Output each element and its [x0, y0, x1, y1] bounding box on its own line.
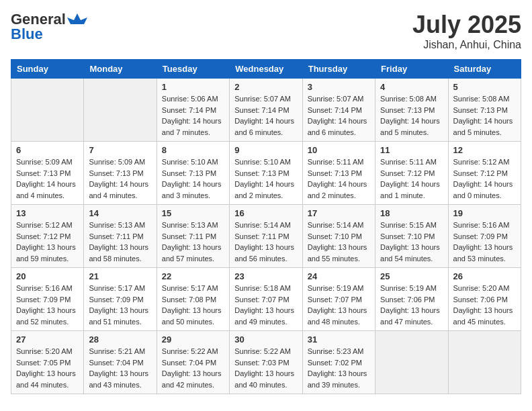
daylight-text: Daylight: 14 hours and 3 minutes.: [162, 179, 224, 201]
day-number: 26: [453, 271, 516, 281]
daylight-text: Daylight: 13 hours and 54 minutes.: [380, 242, 443, 264]
calendar-week-row: 13 Sunrise: 5:12 AM Sunset: 7:12 PM Dayl…: [11, 205, 521, 268]
day-number: 8: [162, 145, 224, 155]
sunset-text: Sunset: 7:13 PM: [453, 105, 516, 116]
day-number: 10: [308, 145, 370, 155]
day-number: 20: [16, 271, 79, 281]
sunset-text: Sunset: 7:08 PM: [162, 294, 224, 306]
sunrise-text: Sunrise: 5:14 AM: [308, 220, 370, 231]
day-number: 29: [162, 334, 224, 345]
weekday-header-row: Sunday Monday Tuesday Wednesday Thursday…: [11, 60, 521, 79]
day-number: 3: [308, 82, 370, 92]
sunset-text: Sunset: 7:03 PM: [234, 357, 297, 369]
sunrise-text: Sunrise: 5:08 AM: [380, 93, 443, 105]
sunrise-text: Sunrise: 5:20 AM: [453, 283, 516, 294]
table-row: 30 Sunrise: 5:22 AM Sunset: 7:03 PM Dayl…: [230, 331, 302, 394]
day-number: 13: [16, 208, 79, 218]
sunrise-text: Sunrise: 5:13 AM: [162, 220, 224, 231]
sunrise-text: Sunrise: 5:19 AM: [380, 283, 443, 294]
table-row: 29 Sunrise: 5:22 AM Sunset: 7:04 PM Dayl…: [157, 331, 229, 394]
table-row: 18 Sunrise: 5:15 AM Sunset: 7:10 PM Dayl…: [375, 205, 448, 268]
logo: General Blue: [11, 11, 87, 43]
table-row: 26 Sunrise: 5:20 AM Sunset: 7:06 PM Dayl…: [448, 268, 521, 331]
calendar-week-row: 27 Sunrise: 5:20 AM Sunset: 7:05 PM Dayl…: [11, 331, 521, 394]
table-row: 21 Sunrise: 5:17 AM Sunset: 7:09 PM Dayl…: [84, 268, 157, 331]
sunrise-text: Sunrise: 5:19 AM: [308, 283, 370, 294]
day-details: Sunrise: 5:11 AM Sunset: 7:13 PM Dayligh…: [308, 156, 370, 201]
sunrise-text: Sunrise: 5:15 AM: [380, 220, 443, 231]
header-sunday: Sunday: [11, 60, 84, 79]
title-block: July 2025 Jishan, Anhui, China: [412, 11, 521, 51]
header-thursday: Thursday: [302, 60, 375, 79]
day-number: 21: [89, 271, 151, 281]
table-row: 31 Sunrise: 5:23 AM Sunset: 7:02 PM Dayl…: [302, 331, 375, 394]
calendar-week-row: 1 Sunrise: 5:06 AM Sunset: 7:14 PM Dayli…: [11, 79, 521, 142]
sunset-text: Sunset: 7:13 PM: [162, 168, 224, 179]
table-row: 17 Sunrise: 5:14 AM Sunset: 7:10 PM Dayl…: [302, 205, 375, 268]
day-details: Sunrise: 5:08 AM Sunset: 7:13 PM Dayligh…: [453, 93, 516, 138]
table-row: 20 Sunrise: 5:16 AM Sunset: 7:09 PM Dayl…: [11, 268, 84, 331]
sunset-text: Sunset: 7:12 PM: [453, 168, 516, 179]
sunrise-text: Sunrise: 5:08 AM: [453, 93, 516, 105]
logo-icon: [67, 12, 87, 27]
daylight-text: Daylight: 13 hours and 59 minutes.: [16, 242, 79, 264]
sunset-text: Sunset: 7:13 PM: [380, 105, 443, 116]
daylight-text: Daylight: 13 hours and 55 minutes.: [308, 242, 370, 264]
daylight-text: Daylight: 14 hours and 6 minutes.: [308, 116, 370, 138]
day-number: 4: [380, 82, 443, 92]
calendar-table: Sunday Monday Tuesday Wednesday Thursday…: [11, 59, 521, 394]
table-row: 10 Sunrise: 5:11 AM Sunset: 7:13 PM Dayl…: [302, 142, 375, 205]
table-row: 5 Sunrise: 5:08 AM Sunset: 7:13 PM Dayli…: [448, 79, 521, 142]
daylight-text: Daylight: 13 hours and 40 minutes.: [234, 368, 297, 390]
sunrise-text: Sunrise: 5:10 AM: [234, 156, 297, 168]
sunset-text: Sunset: 7:14 PM: [308, 105, 370, 116]
header-tuesday: Tuesday: [157, 60, 229, 79]
day-number: 12: [453, 145, 516, 155]
daylight-text: Daylight: 14 hours and 4 minutes.: [16, 179, 79, 201]
day-details: Sunrise: 5:07 AM Sunset: 7:14 PM Dayligh…: [308, 93, 370, 138]
sunrise-text: Sunrise: 5:21 AM: [89, 346, 151, 357]
sunset-text: Sunset: 7:13 PM: [308, 168, 370, 179]
sunset-text: Sunset: 7:06 PM: [453, 294, 516, 306]
daylight-text: Daylight: 13 hours and 57 minutes.: [162, 242, 224, 264]
sunset-text: Sunset: 7:04 PM: [162, 357, 224, 369]
sunset-text: Sunset: 7:14 PM: [162, 105, 224, 116]
daylight-text: Daylight: 13 hours and 43 minutes.: [89, 368, 151, 390]
sunrise-text: Sunrise: 5:09 AM: [89, 156, 151, 168]
sunset-text: Sunset: 7:09 PM: [89, 294, 151, 306]
table-row: [11, 79, 84, 142]
table-row: 16 Sunrise: 5:14 AM Sunset: 7:11 PM Dayl…: [230, 205, 302, 268]
day-details: Sunrise: 5:07 AM Sunset: 7:14 PM Dayligh…: [234, 93, 297, 138]
day-details: Sunrise: 5:22 AM Sunset: 7:04 PM Dayligh…: [162, 346, 224, 390]
day-details: Sunrise: 5:19 AM Sunset: 7:07 PM Dayligh…: [308, 283, 370, 327]
day-details: Sunrise: 5:16 AM Sunset: 7:09 PM Dayligh…: [16, 283, 79, 327]
sunrise-text: Sunrise: 5:16 AM: [453, 220, 516, 231]
sunrise-text: Sunrise: 5:17 AM: [89, 283, 151, 294]
day-details: Sunrise: 5:20 AM Sunset: 7:05 PM Dayligh…: [16, 346, 79, 390]
table-row: 4 Sunrise: 5:08 AM Sunset: 7:13 PM Dayli…: [375, 79, 448, 142]
day-number: 2: [234, 82, 297, 92]
header-wednesday: Wednesday: [230, 60, 302, 79]
table-row: 8 Sunrise: 5:10 AM Sunset: 7:13 PM Dayli…: [157, 142, 229, 205]
day-number: 9: [234, 145, 297, 155]
table-row: 7 Sunrise: 5:09 AM Sunset: 7:13 PM Dayli…: [84, 142, 157, 205]
sunset-text: Sunset: 7:13 PM: [16, 168, 79, 179]
table-row: 14 Sunrise: 5:13 AM Sunset: 7:11 PM Dayl…: [84, 205, 157, 268]
sunrise-text: Sunrise: 5:13 AM: [89, 220, 151, 231]
day-number: 30: [234, 334, 297, 345]
day-details: Sunrise: 5:22 AM Sunset: 7:03 PM Dayligh…: [234, 346, 297, 390]
daylight-text: Daylight: 13 hours and 51 minutes.: [89, 305, 151, 327]
daylight-text: Daylight: 13 hours and 45 minutes.: [453, 305, 516, 327]
daylight-text: Daylight: 13 hours and 58 minutes.: [89, 242, 151, 264]
table-row: 11 Sunrise: 5:11 AM Sunset: 7:12 PM Dayl…: [375, 142, 448, 205]
table-row: 13 Sunrise: 5:12 AM Sunset: 7:12 PM Dayl…: [11, 205, 84, 268]
table-row: 24 Sunrise: 5:19 AM Sunset: 7:07 PM Dayl…: [302, 268, 375, 331]
page-header: General Blue July 2025 Jishan, Anhui, Ch…: [11, 11, 521, 51]
day-details: Sunrise: 5:14 AM Sunset: 7:11 PM Dayligh…: [234, 220, 297, 264]
day-number: 16: [234, 208, 297, 218]
day-number: 11: [380, 145, 443, 155]
day-number: 28: [89, 334, 151, 345]
daylight-text: Daylight: 13 hours and 42 minutes.: [162, 368, 224, 390]
day-number: 27: [16, 334, 79, 345]
daylight-text: Daylight: 13 hours and 52 minutes.: [16, 305, 79, 327]
